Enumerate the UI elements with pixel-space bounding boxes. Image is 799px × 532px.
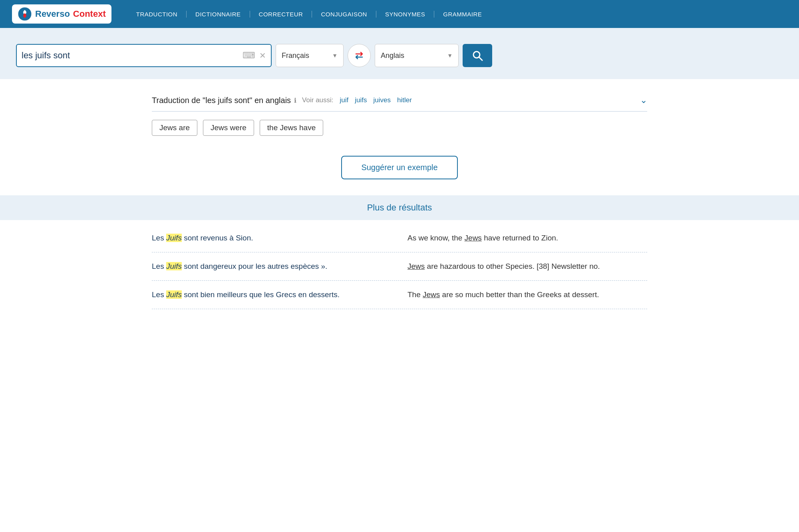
voir-link-juifs[interactable]: juifs [355, 96, 367, 104]
logo-icon [18, 7, 32, 21]
result-en-1: As we know, the Jews have returned to Zi… [403, 234, 647, 242]
tag-the-jews-have[interactable]: the Jews have [260, 120, 323, 136]
nav-conjugaison[interactable]: CONJUGAISON [312, 11, 376, 18]
translation-title-text: Traduction de "les juifs sont" en anglai… [152, 96, 291, 105]
result-fr-3: Les Juifs sont bien meilleurs que les Gr… [152, 290, 403, 299]
voir-aussi-label: Voir aussi: [302, 96, 333, 104]
logo-reverso: Reverso [35, 9, 70, 19]
result-fr-1: Les Juifs sont revenus à Sion. [152, 234, 403, 242]
info-icon[interactable]: ℹ [294, 97, 296, 104]
result-fr-2: Les Juifs sont dangereux pour les autres… [152, 262, 403, 271]
voir-link-juives[interactable]: juives [374, 96, 391, 104]
voir-link-hitler[interactable]: hitler [397, 96, 412, 104]
nav-synonymes[interactable]: SYNONYMES [376, 11, 434, 18]
translation-title: Traduction de "les juifs sont" en anglai… [152, 96, 291, 105]
search-button[interactable] [463, 44, 492, 67]
suggest-button[interactable]: Suggérer un exemple [341, 156, 457, 179]
translation-header: Traduction de "les juifs sont" en anglai… [152, 87, 647, 112]
plus-resultats-label: Plus de résultats [367, 202, 432, 212]
result-row: Les Juifs sont revenus à Sion. As we kno… [152, 224, 647, 252]
clear-icon[interactable]: ✕ [259, 51, 266, 60]
tags-section: Jews are Jews were the Jews have [152, 112, 647, 144]
result-row: Les Juifs sont dangereux pour les autres… [152, 252, 647, 281]
lang-to-label: Anglais [381, 52, 444, 60]
swap-icon [354, 50, 365, 61]
search-input[interactable] [22, 50, 242, 61]
lang-from-select[interactable]: Français ▼ [276, 44, 344, 67]
plus-resultats-section: Plus de résultats [0, 195, 799, 220]
search-input-wrapper: ⌨ ✕ [16, 44, 272, 67]
search-icon [471, 50, 483, 62]
voir-link-juif[interactable]: juif [340, 96, 349, 104]
keyboard-icon[interactable]: ⌨ [242, 50, 255, 61]
lang-from-label: Français [282, 52, 329, 60]
search-bar: ⌨ ✕ Français ▼ Anglais ▼ [16, 44, 527, 67]
nav-correcteur[interactable]: CORRECTEUR [250, 11, 312, 18]
nav-dictionnaire[interactable]: DICTIONNAIRE [187, 11, 250, 18]
expand-icon[interactable]: ⌄ [640, 95, 647, 105]
nav: TRADUCTION DICTIONNAIRE CORRECTEUR CONJU… [127, 11, 491, 18]
result-en-3: The Jews are so much better than the Gre… [403, 290, 647, 299]
tag-jews-were[interactable]: Jews were [203, 120, 254, 136]
header: Reverso Context TRADUCTION DICTIONNAIRE … [0, 0, 799, 28]
lang-to-arrow: ▼ [447, 52, 453, 59]
svg-line-2 [479, 57, 482, 60]
result-row: Les Juifs sont bien meilleurs que les Gr… [152, 281, 647, 309]
swap-button[interactable] [348, 44, 371, 67]
logo-context: Context [73, 9, 106, 19]
result-en-2: Jews are hazardous to other Species. [38… [403, 262, 647, 271]
lang-from-arrow: ▼ [332, 52, 338, 59]
suggest-section: Suggérer un exemple [152, 144, 647, 187]
search-area: ⌨ ✕ Français ▼ Anglais ▼ [0, 28, 799, 79]
lang-to-select[interactable]: Anglais ▼ [375, 44, 459, 67]
results-section: Les Juifs sont revenus à Sion. As we kno… [136, 220, 663, 317]
nav-grammaire[interactable]: GRAMMAIRE [434, 11, 491, 18]
tag-jews-are[interactable]: Jews are [152, 120, 197, 136]
content: Traduction de "les juifs sont" en anglai… [136, 79, 663, 195]
logo[interactable]: Reverso Context [12, 4, 111, 24]
nav-traduction[interactable]: TRADUCTION [127, 11, 187, 18]
